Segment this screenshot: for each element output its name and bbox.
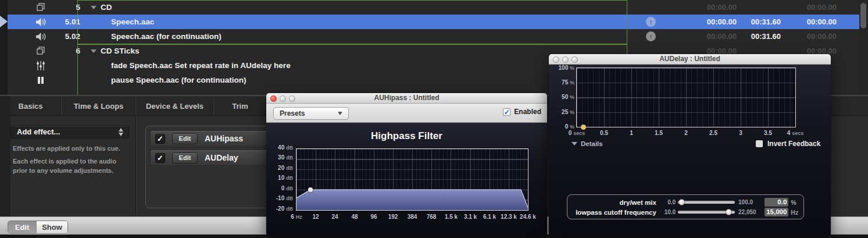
lowpass-cutoff-row: lowpass cutoff frequency 10.0 22,050 15,…	[571, 207, 800, 217]
auhipass-window: AUHipass : Untitled Presets ✓ Enabled Hi…	[266, 93, 547, 235]
disclosure-triangle-icon	[571, 142, 577, 145]
cue-number: 6	[29, 44, 80, 58]
slider-max: 22,050	[737, 209, 762, 215]
pause-cue-icon	[34, 74, 47, 86]
inspector-left-strip	[0, 96, 10, 218]
enabled-checkbox[interactable]: ✓	[503, 108, 510, 116]
y-tick: 10 dB	[269, 175, 293, 181]
details-disclosure[interactable]: Details	[571, 140, 603, 147]
pre-wait-time: 00:00.00	[692, 29, 737, 44]
playhead-triangle-icon	[0, 16, 8, 27]
delay-tap-handle[interactable]	[581, 125, 586, 130]
minimize-window-icon[interactable]	[562, 56, 569, 63]
slider-max: 100.0	[737, 199, 762, 205]
presets-dropdown[interactable]: Presets	[273, 107, 349, 120]
edit-mode-button[interactable]: Edit	[8, 221, 37, 233]
post-wait-time: 00:00.00	[792, 0, 837, 15]
lowpass-cutoff-slider[interactable]	[678, 211, 735, 214]
slider-thumb[interactable]	[726, 209, 732, 215]
cue-number: 5	[29, 0, 80, 15]
cue-name[interactable]: Speech.aac	[85, 15, 634, 29]
slider-label: lowpass cutoff frequency	[571, 209, 656, 216]
x-tick: 0 secs	[563, 130, 591, 136]
action-time: 00:31.60	[738, 29, 781, 44]
tab-time-loops[interactable]: Time & Loops	[62, 97, 135, 116]
effects-info-line3: prior to any volume adjustments.	[13, 166, 132, 175]
fade-cue-icon	[34, 60, 47, 71]
x-tick: 3	[727, 130, 755, 136]
y-tick: 50 %	[551, 94, 574, 100]
cue-list-scrollbar[interactable]	[859, 0, 868, 95]
cue-number: 5.01	[29, 15, 80, 29]
y-tick: -20 dB	[269, 205, 293, 212]
zoom-window-icon[interactable]	[289, 95, 295, 102]
x-tick: 24.6 k	[516, 214, 540, 220]
close-window-icon[interactable]	[270, 95, 277, 102]
invert-feedback-label: Invert Feedback	[767, 140, 820, 148]
edit-effect-button[interactable]: Edit	[172, 152, 198, 164]
invert-feedback-checkbox[interactable]	[756, 140, 763, 147]
show-mode-button[interactable]: Show	[37, 221, 67, 233]
cue-name[interactable]: CD	[85, 0, 634, 15]
filter-cutoff-handle[interactable]	[308, 187, 313, 192]
stepper-arrows-icon	[119, 128, 124, 136]
delay-parameters-panel: dry/wet mix 0.0 100.0 0.0 % lowpass cuto…	[567, 194, 804, 219]
y-tick: 20 dB	[269, 165, 293, 171]
auhipass-toolbar: Presets ✓ Enabled	[266, 104, 547, 123]
x-tick: 0.5	[590, 130, 618, 136]
slider-thumb[interactable]	[678, 199, 685, 205]
lowpass-cutoff-value-field[interactable]: 15,000	[765, 208, 788, 216]
slider-unit: %	[791, 199, 800, 206]
dry-wet-mix-value-field[interactable]: 0.0	[765, 198, 788, 207]
y-tick: 0 dB	[269, 185, 293, 191]
y-tick: 100 %	[551, 65, 574, 71]
auhipass-title-bar[interactable]: AUHipass : Untitled	[266, 93, 547, 104]
invert-feedback-control[interactable]: Invert Feedback	[756, 140, 820, 148]
add-effect-dropdown[interactable]: Add effect...	[10, 125, 129, 138]
cue-row-selected-5-01[interactable]: 5.01 Speech.aac ↑ 00:00.00 00:31.60 00:0…	[8, 15, 859, 29]
qlab-main-window: 5 CD 00:00.00 00:00.00 5.01 Speech.aac ↑…	[0, 0, 868, 238]
tab-device-levels[interactable]: Device & Levels	[136, 97, 213, 116]
cue-name[interactable]: Speech.aac (for continuation)	[85, 29, 634, 44]
cue-row-group-5[interactable]: 5 CD 00:00.00 00:00.00	[8, 0, 859, 15]
tab-trim[interactable]: Trim	[214, 97, 266, 116]
dry-wet-mix-slider[interactable]	[678, 201, 735, 204]
delay-tap-plot[interactable]	[576, 68, 796, 127]
window-title: AUHipass : Untitled	[374, 94, 439, 102]
x-tick: 4 secs	[781, 130, 809, 136]
continue-up-arrow-icon: ↑	[646, 31, 656, 41]
close-window-icon[interactable]	[553, 56, 559, 63]
cue-number: 5.02	[29, 29, 80, 44]
effect-enabled-checkbox[interactable]: ✓	[155, 134, 165, 144]
y-tick: -10 dB	[269, 195, 293, 201]
edit-show-segmented-control: Edit Show	[8, 221, 68, 234]
filter-graph-title: Highpass Filter	[266, 130, 547, 142]
chevron-down-icon	[338, 112, 342, 115]
audelay-title-bar[interactable]: AUDelay : Untitled	[549, 54, 831, 65]
dry-wet-mix-row: dry/wet mix 0.0 100.0 0.0 %	[571, 197, 800, 207]
pre-wait-time: 00:00.00	[692, 0, 737, 15]
x-tick: 3.5	[754, 130, 782, 136]
x-tick: 1	[617, 130, 645, 136]
effects-list-container: ✓ Edit AUHipass ✓ Edit AUDelay	[145, 126, 279, 208]
highpass-filter-plot[interactable]	[296, 148, 528, 211]
enabled-label: Enabled	[514, 108, 541, 116]
y-tick: 75 %	[551, 79, 574, 86]
x-tick: 2	[672, 130, 700, 136]
edit-effect-button[interactable]: Edit	[172, 133, 198, 144]
x-tick: 2.5	[699, 130, 727, 136]
continue-up-arrow-icon: ↑	[646, 17, 656, 27]
y-tick: 25 %	[551, 109, 574, 115]
scrollbar-thumb[interactable]	[860, 3, 866, 29]
disclosure-triangle-icon[interactable]	[91, 49, 97, 53]
zoom-window-icon[interactable]	[571, 56, 578, 63]
action-time: 00:31.60	[738, 15, 781, 29]
minimize-window-icon[interactable]	[280, 95, 286, 102]
disclosure-triangle-icon[interactable]	[91, 6, 97, 9]
auhipass-content: Highpass Filter 40 dB 30 dB 20 dB	[266, 123, 547, 235]
audelay-window: AUDelay : Untitled 100 % 75 % 50 % 25 % …	[549, 54, 831, 235]
cue-row-5-02[interactable]: 5.02 Speech.aac (for continuation) ↑ 00:…	[8, 29, 859, 44]
effect-enabled-checkbox[interactable]: ✓	[155, 153, 165, 163]
post-wait-time: 00:00.00	[792, 29, 837, 44]
y-tick: 30 dB	[269, 154, 293, 161]
